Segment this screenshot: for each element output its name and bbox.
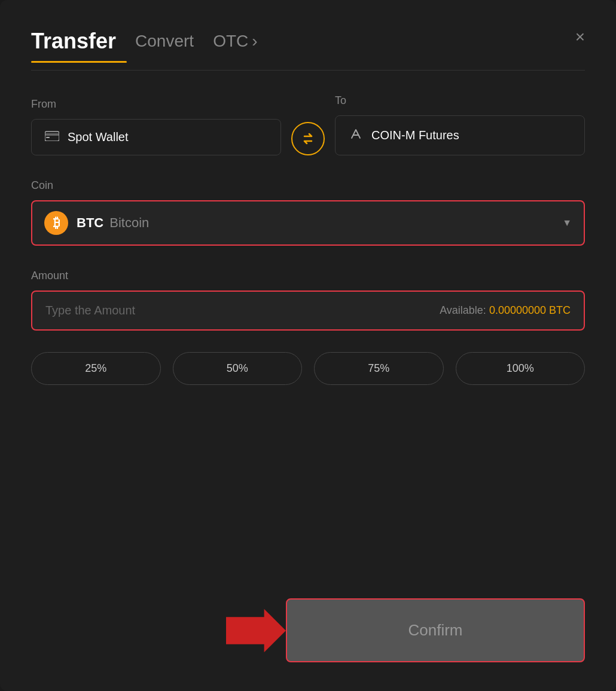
futures-arrow-icon (349, 127, 363, 144)
from-group: From Spot Wallet (31, 98, 281, 155)
to-wallet-name: COIN-M Futures (371, 129, 459, 142)
coin-section: Coin ₿ BTC Bitcoin ▼ (31, 179, 585, 246)
from-label: From (31, 98, 281, 111)
available-text: Available: 0.00000000 BTC (440, 304, 571, 317)
coin-full-name: Bitcoin (109, 215, 149, 231)
btc-coin-icon: ₿ (44, 211, 68, 235)
coin-label: Coin (31, 179, 585, 192)
modal-header: Transfer Convert OTC › × (31, 29, 585, 54)
coin-symbol: BTC (77, 215, 103, 231)
percent-75-button[interactable]: 75% (314, 352, 444, 385)
confirm-button[interactable]: Confirm (286, 598, 585, 662)
tab-otc[interactable]: OTC › (213, 32, 257, 51)
available-amount: 0.00000000 BTC (489, 304, 571, 316)
percent-25-button[interactable]: 25% (31, 352, 161, 385)
red-arrow-indicator (226, 607, 286, 655)
transfer-arrow-wrapper (281, 102, 335, 155)
svg-marker-3 (226, 609, 286, 652)
confirm-section: Confirm (31, 598, 585, 662)
percent-buttons-row: 25% 50% 75% 100% (31, 352, 585, 385)
amount-label: Amount (31, 270, 585, 282)
to-wallet-selector[interactable]: COIN-M Futures (335, 115, 585, 155)
svg-rect-0 (45, 132, 59, 141)
coin-selector-dropdown[interactable]: ₿ BTC Bitcoin ▼ (31, 200, 585, 246)
from-wallet-selector[interactable]: Spot Wallet (31, 119, 281, 155)
header-divider (31, 70, 585, 71)
amount-input-box: Available: 0.00000000 BTC (31, 291, 585, 331)
to-label: To (335, 94, 585, 107)
svg-rect-1 (45, 133, 59, 136)
tab-convert[interactable]: Convert (135, 32, 194, 51)
transfer-modal: Transfer Convert OTC › × From Spot Walle… (0, 0, 616, 691)
tab-transfer[interactable]: Transfer (31, 29, 116, 54)
arrow-svg (226, 604, 286, 658)
from-wallet-name: Spot Wallet (68, 130, 129, 144)
amount-input[interactable] (45, 304, 440, 317)
percent-50-button[interactable]: 50% (173, 352, 303, 385)
wallet-card-icon (45, 130, 59, 144)
swap-icon (300, 131, 316, 146)
chevron-right-icon: › (252, 32, 257, 51)
from-to-section: From Spot Wallet To (31, 94, 585, 155)
svg-rect-2 (46, 137, 50, 138)
percent-100-button[interactable]: 100% (456, 352, 585, 385)
swap-direction-button[interactable] (291, 122, 325, 155)
amount-section: Amount Available: 0.00000000 BTC (31, 270, 585, 331)
close-button[interactable]: × (575, 29, 585, 45)
to-group: To COIN-M Futures (335, 94, 585, 155)
chevron-down-icon: ▼ (562, 218, 572, 228)
